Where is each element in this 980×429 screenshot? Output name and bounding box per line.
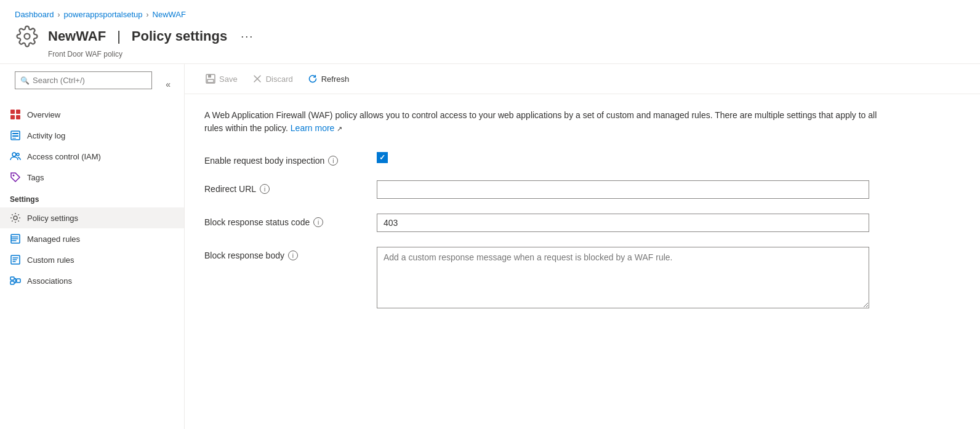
title-row: NewWAF | Policy settings ···: [15, 24, 965, 49]
breadcrumb-newwaf[interactable]: NewWAF: [153, 10, 186, 19]
svg-rect-20: [17, 279, 20, 283]
block-status-control: [377, 214, 869, 232]
learn-more-link[interactable]: Learn more: [291, 123, 335, 133]
managed-rules-label: Managed rules: [27, 235, 80, 244]
description-text: A Web Application Firewall (WAF) policy …: [204, 109, 882, 135]
svg-point-15: [12, 238, 13, 239]
settings-section-title: Settings: [0, 188, 184, 207]
sidebar-item-managed-rules[interactable]: Managed rules: [0, 228, 184, 249]
form-area: A Web Application Firewall (WAF) policy …: [185, 94, 980, 429]
external-link-icon: ↗: [337, 125, 342, 132]
main-content: Save Discard Refresh: [185, 64, 980, 429]
enable-inspection-checkbox[interactable]: [377, 152, 388, 163]
enable-inspection-control: [377, 152, 869, 163]
policy-settings-label: Policy settings: [27, 214, 78, 223]
breadcrumb: Dashboard › powerappsportalsetup › NewWA…: [15, 10, 965, 19]
sidebar-item-iam[interactable]: Access control (IAM): [0, 146, 184, 167]
svg-point-10: [17, 153, 19, 156]
tags-icon: [10, 172, 21, 183]
associations-icon: [10, 275, 21, 286]
svg-rect-23: [207, 79, 214, 82]
subtitle: Front Door WAF policy: [48, 50, 965, 58]
iam-icon: [10, 151, 21, 162]
refresh-label: Refresh: [321, 74, 350, 84]
breadcrumb-portal[interactable]: powerappsportalsetup: [64, 10, 143, 19]
search-icon: 🔍: [20, 76, 30, 85]
save-label: Save: [219, 74, 238, 84]
block-body-label: Block response body i: [204, 247, 377, 260]
sidebar-item-policy-settings[interactable]: Policy settings: [0, 207, 184, 228]
managed-rules-icon: [10, 233, 21, 244]
svg-rect-3: [10, 115, 15, 119]
toolbar: Save Discard Refresh: [185, 64, 980, 94]
resource-name: NewWAF: [48, 28, 106, 44]
svg-rect-19: [10, 281, 14, 284]
svg-point-11: [13, 175, 15, 177]
more-options-button[interactable]: ···: [236, 28, 259, 46]
redirect-url-info-icon[interactable]: i: [260, 184, 270, 194]
page-title: Policy settings: [132, 28, 227, 44]
content-area: 🔍 « Overview: [0, 64, 980, 429]
svg-rect-18: [10, 277, 14, 280]
svg-point-16: [12, 240, 13, 241]
sidebar-item-activity-log[interactable]: Activity log: [0, 125, 184, 146]
svg-point-0: [25, 34, 30, 39]
block-body-textarea[interactable]: [377, 247, 869, 308]
redirect-url-label: Redirect URL i: [204, 180, 377, 194]
discard-label: Discard: [266, 74, 293, 84]
sidebar-item-associations[interactable]: Associations: [0, 270, 184, 291]
redirect-url-input[interactable]: [377, 180, 869, 199]
associations-label: Associations: [27, 276, 72, 286]
block-body-info-icon[interactable]: i: [288, 251, 298, 260]
svg-rect-2: [16, 110, 20, 114]
svg-rect-1: [10, 110, 15, 114]
redirect-url-control: [377, 180, 869, 199]
custom-rules-icon: [10, 254, 21, 265]
block-status-label: Block response status code i: [204, 214, 377, 227]
svg-rect-6: [12, 133, 18, 134]
save-button[interactable]: Save: [199, 70, 244, 87]
enable-inspection-row: Enable request body inspection i: [204, 152, 960, 166]
sidebar-item-custom-rules[interactable]: Custom rules: [0, 249, 184, 270]
block-status-info-icon[interactable]: i: [313, 217, 323, 227]
block-status-row: Block response status code i: [204, 214, 960, 232]
activity-log-label: Activity log: [27, 131, 65, 140]
gear-icon: [15, 24, 39, 49]
refresh-button[interactable]: Refresh: [302, 70, 356, 87]
breadcrumb-dashboard[interactable]: Dashboard: [15, 10, 54, 19]
discard-button[interactable]: Discard: [246, 70, 299, 87]
redirect-url-row: Redirect URL i: [204, 180, 960, 199]
search-input[interactable]: [15, 72, 151, 89]
sidebar: 🔍 « Overview: [0, 64, 185, 429]
iam-label: Access control (IAM): [27, 152, 101, 161]
page-header: Dashboard › powerappsportalsetup › NewWA…: [0, 0, 980, 64]
title-separator: |: [117, 28, 121, 44]
block-body-row: Block response body i: [204, 247, 960, 310]
block-body-control: [377, 247, 869, 310]
svg-rect-8: [12, 138, 16, 138]
svg-rect-4: [16, 115, 20, 119]
svg-point-9: [12, 153, 16, 156]
block-status-input[interactable]: [377, 214, 869, 232]
enable-inspection-info-icon[interactable]: i: [328, 156, 338, 166]
activity-log-icon: [10, 130, 21, 141]
svg-point-12: [14, 216, 17, 220]
enable-inspection-label: Enable request body inspection i: [204, 152, 377, 166]
sidebar-item-overview[interactable]: Overview: [0, 104, 184, 125]
collapse-button[interactable]: «: [159, 76, 177, 93]
policy-settings-icon: [10, 212, 21, 223]
svg-rect-7: [12, 135, 18, 137]
svg-point-14: [12, 236, 13, 238]
custom-rules-label: Custom rules: [27, 255, 74, 265]
tags-label: Tags: [27, 173, 44, 182]
svg-rect-22: [208, 74, 211, 78]
sidebar-item-tags[interactable]: Tags: [0, 167, 184, 188]
overview-icon: [10, 109, 21, 120]
overview-label: Overview: [27, 110, 60, 119]
